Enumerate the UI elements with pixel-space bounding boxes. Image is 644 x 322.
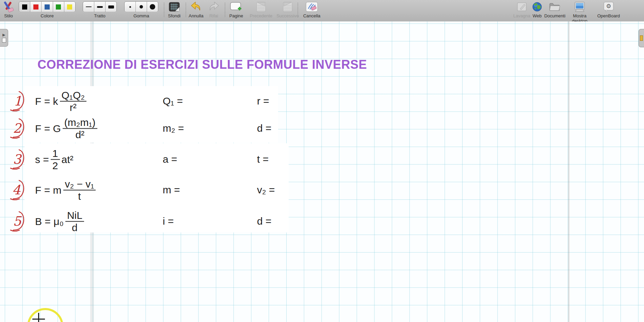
svg-text:⚙: ⚙	[606, 3, 611, 10]
toolbar-separator	[225, 3, 225, 17]
fraction-numerator: v₂ − v₁	[63, 179, 96, 191]
stylus-icon	[1, 1, 16, 13]
stylus-label: Stilo	[1, 13, 16, 18]
stroke-group-label: Tratto	[83, 13, 117, 18]
main-toolbar: Stilo Colore Tratto	[0, 0, 644, 22]
color-blue-button[interactable]	[42, 2, 53, 12]
color-yellow-button[interactable]	[64, 2, 75, 12]
solve-for-label: Q₁ =	[163, 95, 183, 107]
web-tool[interactable]: Web	[530, 1, 544, 18]
page-thumbnail-icon	[2, 38, 6, 43]
formula: s = 1 2 at²	[35, 148, 74, 171]
red-swatch-icon	[33, 4, 38, 10]
redo-tool[interactable]: Rifai	[206, 1, 222, 18]
web-label: Web	[530, 13, 544, 18]
backgrounds-label: Sfondi	[165, 13, 183, 18]
svg-text:2: 2	[13, 121, 22, 136]
fraction: NiL d	[65, 210, 84, 233]
fraction-denominator: r²	[70, 101, 77, 113]
eraser-small-button[interactable]	[125, 2, 136, 12]
handwritten-number-annotation: 3	[9, 148, 27, 170]
stroke-thin-button[interactable]	[83, 2, 94, 12]
stylus-tool[interactable]: Stilo	[1, 1, 16, 18]
handwritten-number-annotation: 2	[9, 117, 27, 139]
next-page-tool[interactable]: Successivo	[274, 1, 301, 18]
stroke-medium-button[interactable]	[94, 2, 106, 12]
solve-for-label: r =	[257, 95, 269, 107]
blue-swatch-icon	[45, 4, 50, 10]
show-desktop-tool[interactable]: Mostra desktop	[565, 1, 594, 23]
medium-line-icon	[97, 6, 103, 8]
fraction-numerator: Q₁Q₂	[60, 90, 86, 102]
handwritten-number-annotation: 4	[9, 179, 27, 201]
svg-text:4: 4	[12, 182, 21, 197]
documents-tool[interactable]: Documenti	[544, 1, 566, 18]
formula-lhs: F = G	[35, 123, 61, 134]
eraser-size-group: Gomma	[124, 1, 158, 18]
formula: B = μ₀ NiL d	[35, 210, 86, 233]
openboard-label: OpenBoard	[596, 13, 622, 18]
previous-page-tool[interactable]: Precedente	[248, 1, 274, 18]
previous-page-label: Precedente	[248, 13, 274, 18]
undo-label: Annulla	[187, 13, 206, 18]
pointer-highlight-circle	[27, 308, 63, 322]
right-drawer-handle[interactable]	[639, 29, 644, 47]
board-mode-icon	[511, 1, 532, 13]
crosshair-cursor	[38, 313, 39, 322]
eraser-medium-button[interactable]	[136, 2, 147, 12]
pages-tool[interactable]: Pagine	[226, 1, 246, 18]
color-black-button[interactable]	[19, 2, 30, 12]
previous-page-icon	[248, 1, 274, 13]
exercise-row: 5 B = μ₀ NiL d i = d =	[9, 204, 302, 238]
page-title: CORREZIONE DI ESERCIZI SULLE FORMULE INV…	[37, 58, 367, 72]
svg-text:1: 1	[14, 94, 22, 109]
eraser-large-button[interactable]	[147, 2, 158, 12]
backgrounds-icon	[165, 1, 183, 13]
stroke-thick-button[interactable]	[106, 2, 116, 12]
green-swatch-icon	[56, 4, 61, 10]
openboard-settings-tool[interactable]: ⚙ OpenBoard	[596, 1, 622, 18]
whiteboard-canvas[interactable]: CORREZIONE DI ESERCIZI SULLE FORMULE INV…	[0, 21, 644, 322]
color-red-button[interactable]	[30, 2, 42, 12]
pages-icon	[226, 1, 246, 13]
toolbar-separator	[297, 3, 298, 17]
solve-for-label: d =	[257, 123, 272, 134]
solve-for-label: i =	[163, 215, 174, 227]
board-mode-label: Lavagna	[511, 13, 532, 18]
color-group-label: Colore	[19, 13, 76, 18]
svg-text:5: 5	[13, 214, 22, 229]
exercise-row: 3 s = 1 2 at² a = t =	[9, 142, 302, 176]
undo-tool[interactable]: Annulla	[187, 1, 206, 18]
thin-line-icon	[86, 6, 92, 7]
backgrounds-tool[interactable]: Sfondi	[165, 1, 183, 18]
svg-text:3: 3	[13, 152, 22, 167]
board-mode-tool[interactable]: Lavagna	[511, 1, 532, 18]
show-desktop-icon	[565, 1, 594, 13]
formula-rhs: at²	[62, 154, 74, 165]
solve-for-label: v₂ =	[257, 184, 275, 196]
solve-for-label: m =	[163, 184, 180, 196]
large-dot-icon	[150, 4, 155, 10]
expand-arrow-icon: ▶	[2, 33, 5, 37]
solve-for-label: a =	[163, 154, 177, 165]
next-page-label: Successivo	[274, 13, 301, 18]
redo-label: Rifai	[206, 13, 222, 18]
color-group: Colore	[19, 1, 76, 18]
clear-page-icon	[300, 1, 323, 13]
documents-label: Documenti	[544, 13, 566, 18]
solve-for-label: d =	[257, 215, 272, 227]
formula-lhs: F = k	[35, 95, 58, 107]
stroke-width-group: Tratto	[83, 1, 117, 18]
fraction-denominator: d²	[75, 129, 84, 140]
fraction: Q₁Q₂ r²	[60, 90, 86, 113]
left-drawer-handle[interactable]: ▶	[0, 29, 8, 47]
gear-icon: ⚙	[596, 1, 622, 13]
eraser-group-label: Gomma	[124, 13, 158, 18]
fraction: 1 2	[51, 148, 60, 171]
small-dot-icon	[129, 6, 131, 8]
pages-label: Pagine	[226, 13, 246, 18]
formula-lhs: B = μ₀	[35, 215, 64, 227]
fraction-denominator: 2	[52, 160, 58, 171]
clear-page-tool[interactable]: Cancella	[300, 1, 323, 18]
color-green-button[interactable]	[53, 2, 64, 12]
